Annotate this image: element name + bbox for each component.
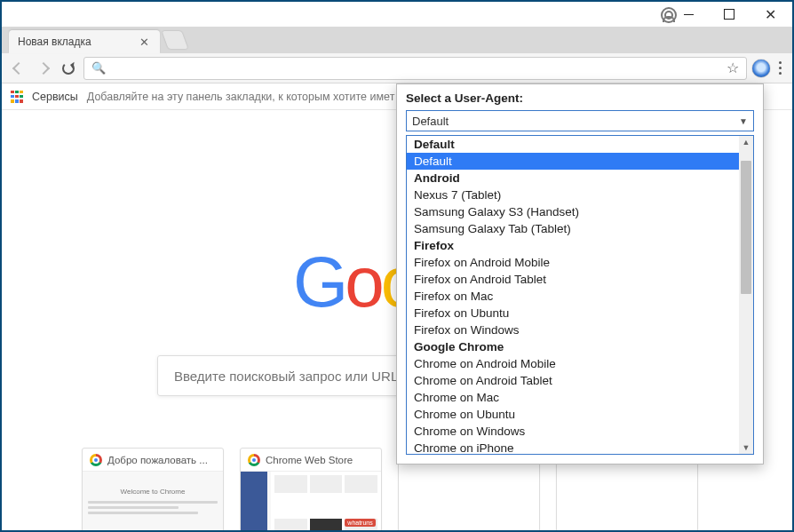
chrome-menu-button[interactable] — [775, 61, 785, 75]
whatruns-badge: whatruns — [345, 519, 375, 527]
omnibox-input[interactable] — [111, 61, 721, 75]
search-icon: 🔍 — [91, 61, 106, 75]
ua-option[interactable]: Chrome on iPhone — [407, 440, 739, 454]
bookmark-star-icon[interactable]: ☆ — [727, 60, 739, 76]
reload-icon — [62, 62, 75, 75]
tab-close-button[interactable]: ✕ — [138, 36, 151, 49]
popup-title: Select a User-Agent: — [406, 91, 754, 105]
ua-option[interactable]: Nexus 7 (Tablet) — [407, 187, 739, 203]
thumbnail-welcome[interactable]: Добро пожаловать ... Welcome to Chrome — [82, 448, 224, 530]
ua-option[interactable]: Firefox on Windows — [407, 322, 739, 338]
ua-group-header: Android — [407, 170, 739, 187]
chrome-icon — [248, 454, 260, 466]
window-titlebar: ✕ — [2, 2, 792, 27]
ua-option[interactable]: Chrome on Android Mobile — [407, 355, 739, 372]
ua-option[interactable]: Default — [407, 153, 739, 170]
ua-option[interactable]: Samsung Galaxy S3 (Handset) — [407, 203, 739, 220]
thumb-title: Chrome Web Store — [266, 455, 353, 465]
chrome-icon — [90, 454, 102, 466]
toolbar: 🔍 ☆ — [2, 53, 792, 83]
scrollbar[interactable]: ▲ ▼ — [739, 136, 753, 454]
ua-group-header: Firefox — [407, 237, 739, 254]
arrow-left-icon — [12, 61, 25, 74]
scroll-up-icon[interactable]: ▲ — [739, 136, 753, 148]
browser-tab[interactable]: Новая вкладка ✕ — [9, 30, 160, 53]
address-bar[interactable]: 🔍 ☆ — [83, 57, 747, 80]
tab-title: Новая вкладка — [18, 36, 91, 48]
ua-selected-value: Default — [412, 115, 449, 128]
useragent-popup: Select a User-Agent: Default ▼ DefaultDe… — [396, 83, 764, 465]
ua-option[interactable]: Firefox on Android Tablet — [407, 271, 739, 288]
ua-select-dropdown[interactable]: Default ▼ — [406, 110, 754, 131]
forward-button[interactable] — [34, 59, 53, 78]
bookmarks-hint: Добавляйте на эту панель закладки, к кот… — [87, 91, 395, 103]
window-close-button[interactable]: ✕ — [750, 2, 790, 27]
ua-option[interactable]: Firefox on Mac — [407, 288, 739, 305]
scroll-down-icon[interactable]: ▼ — [739, 441, 753, 454]
ua-option[interactable]: Firefox on Android Mobile — [407, 254, 739, 271]
ua-option[interactable]: Samsung Galaxy Tab (Tablet) — [407, 220, 739, 237]
new-tab-button[interactable] — [162, 31, 187, 49]
back-button[interactable] — [9, 59, 28, 78]
apps-label[interactable]: Сервисы — [32, 91, 78, 103]
apps-icon[interactable] — [11, 91, 23, 103]
scrollbar-thumb[interactable] — [741, 161, 751, 294]
arrow-right-icon — [37, 61, 50, 74]
ua-option[interactable]: Chrome on Windows — [407, 423, 739, 440]
thumb-caption: Welcome to Chrome — [88, 488, 218, 496]
thumb-title: Добро пожаловать ... — [107, 455, 208, 465]
chevron-down-icon: ▼ — [739, 116, 748, 126]
tab-strip: Новая вкладка ✕ — [2, 27, 792, 53]
ua-option[interactable]: Chrome on Mac — [407, 389, 739, 406]
thumbnail-webstore[interactable]: Chrome Web Store whatruns — [240, 448, 382, 530]
ua-option[interactable]: Chrome on Ubuntu — [407, 406, 739, 423]
useragent-extension-icon[interactable] — [752, 60, 770, 77]
profile-icon[interactable] — [661, 7, 677, 23]
ua-option[interactable]: Firefox on Ubuntu — [407, 305, 739, 322]
reload-button[interactable] — [59, 59, 78, 78]
ua-group-header: Google Chrome — [407, 338, 739, 355]
ua-options-list: DefaultDefaultAndroidNexus 7 (Tablet)Sam… — [406, 135, 754, 455]
ua-option[interactable]: Chrome on Android Tablet — [407, 372, 739, 389]
window-maximize-button[interactable] — [709, 2, 750, 27]
ua-group-header: Default — [407, 136, 739, 153]
